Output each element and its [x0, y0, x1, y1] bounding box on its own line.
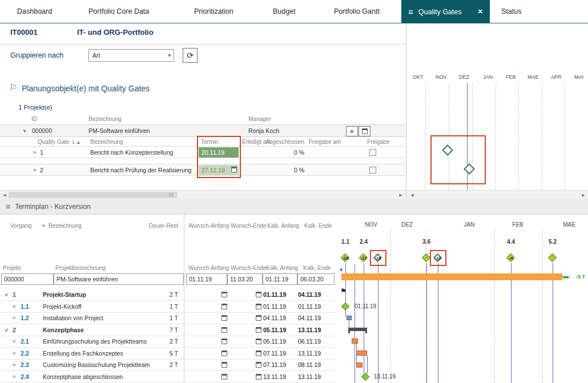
collapse-icon[interactable]: ∨: [5, 292, 9, 297]
calendar-icon[interactable]: [221, 292, 227, 297]
project-bar[interactable]: [341, 273, 562, 280]
scroll-left-icon[interactable]: ◀: [1, 191, 9, 199]
project-id-cell[interactable]: 000000: [1, 273, 54, 285]
col-gate-bezeichnung[interactable]: Bezeichnung: [90, 139, 123, 145]
calendar-icon[interactable]: [256, 362, 261, 368]
tab-prioritization[interactable]: Prioritization: [194, 0, 233, 23]
column-divider[interactable]: [184, 215, 184, 383]
milestone-diamond[interactable]: -18: [340, 253, 351, 263]
task-row-2[interactable]: ∨ 2 Konzeptphase 7 T 05.11.19 13.11.19: [0, 324, 336, 336]
tab-portfolio-core-data[interactable]: Portfolio Core Data: [88, 0, 149, 23]
remove-button[interactable]: ✕: [346, 126, 358, 136]
milestone-diamond[interactable]: -17: [359, 253, 369, 263]
wunsch-ende-cell[interactable]: 11.03.20: [227, 273, 263, 285]
gate-termin-field[interactable]: 27.12.19: [199, 165, 239, 175]
calendar-icon[interactable]: [256, 327, 261, 333]
task-row-1-2[interactable]: > 1.2 Installation von Project 1 T 04.11…: [0, 312, 336, 324]
col-dauer-rest[interactable]: Dauer-Rest: [144, 223, 178, 229]
calendar-icon[interactable]: [221, 362, 227, 368]
h-scrollbar-right[interactable]: ◀ ▶: [406, 190, 588, 199]
col-termin[interactable]: Termin: [201, 139, 218, 145]
collapse-icon[interactable]: ∨: [5, 327, 9, 333]
expand-icon[interactable]: >: [13, 374, 15, 380]
tab-quality-gates[interactable]: ≡ Quality Gates ✕: [401, 0, 490, 23]
expand-icon[interactable]: >: [13, 315, 15, 321]
project-summary-row[interactable]: 000000 PM-Software einführen 01.11.19 11…: [0, 273, 336, 285]
refresh-button[interactable]: ⟳: [183, 48, 198, 63]
quality-gate-diamond[interactable]: -16: [373, 253, 383, 263]
task-row-2-2[interactable]: > 2.2 Erstellung des Fachkonzeptes 5 T 0…: [0, 348, 336, 360]
quality-gate-diamond[interactable]: [464, 163, 475, 175]
col-freigabe[interactable]: Freigabe: [367, 139, 389, 145]
task-bar-installation[interactable]: [347, 316, 352, 320]
scroll-right-icon[interactable]: ▶: [579, 191, 587, 199]
expand-icon[interactable]: >: [33, 167, 36, 173]
col-kalk-ende[interactable]: Kalk. Ende: [304, 223, 332, 229]
freigabe-checkbox[interactable]: [369, 167, 376, 174]
add-column-button[interactable]: +: [42, 222, 45, 229]
calendar-icon[interactable]: [221, 304, 227, 309]
expand-icon[interactable]: >: [13, 304, 15, 309]
groupby-select[interactable]: Art ▾: [88, 49, 174, 62]
task-row-2-3[interactable]: > 2.3 Customizing Basisschulung Projektt…: [0, 359, 336, 371]
task-row-1-1[interactable]: > 1.1 Projekt-Kickoff 1 T 01.11.19 01.11…: [0, 301, 336, 313]
task-bar-schulung[interactable]: [352, 338, 358, 344]
freigabe-checkbox[interactable]: [369, 149, 376, 156]
tab-portfolio-gantt[interactable]: Portfolio Gantt: [334, 0, 380, 23]
milestone-diamond[interactable]: [547, 253, 558, 263]
wunsch-anfang-cell[interactable]: 01.11.19: [186, 273, 227, 285]
project-name-cell[interactable]: PM-Software einführen: [54, 273, 184, 285]
summary-bar-konzeptphase[interactable]: [348, 328, 367, 331]
tab-status[interactable]: Status: [501, 0, 521, 23]
col-freigabe-am[interactable]: Freigabe am: [309, 139, 341, 145]
task-bar-fachkonzept[interactable]: [356, 350, 367, 356]
scrollbar-thumb[interactable]: [9, 192, 178, 198]
tab-budget[interactable]: Budget: [273, 0, 296, 23]
calendar-button[interactable]: [359, 126, 370, 136]
calendar-icon[interactable]: [256, 374, 261, 380]
col-vorgang[interactable]: Vorgang: [10, 223, 31, 229]
task-row-2-1[interactable]: > 2.1 Einführungsschulung des Projekttea…: [0, 336, 336, 348]
col-wunsch-ende[interactable]: Wunsch-Ende: [231, 223, 267, 229]
col-quality-gate[interactable]: Quality Gate: [38, 139, 70, 145]
calendar-icon[interactable]: [256, 338, 261, 344]
calendar-icon[interactable]: [221, 327, 227, 333]
col-wunsch-anfang[interactable]: Wunsch-Anfang: [188, 223, 229, 229]
expand-icon[interactable]: >: [33, 150, 36, 155]
expand-icon[interactable]: >: [13, 350, 15, 356]
calendar-icon[interactable]: [256, 304, 261, 309]
calendar-icon[interactable]: [221, 315, 227, 321]
scroll-right-icon[interactable]: ▶: [397, 191, 405, 199]
startup-flag-icon[interactable]: ⚑: [340, 288, 347, 295]
calendar-icon[interactable]: [221, 338, 227, 344]
quality-gate-diamond[interactable]: [442, 144, 453, 156]
kalk-anfang-cell[interactable]: 01.11.19: [263, 273, 297, 285]
h-scrollbar-left[interactable]: ◀ ▶: [0, 190, 406, 199]
expand-icon[interactable]: >: [13, 338, 15, 344]
col-task-bezeichnung[interactable]: Bezeichnung: [49, 223, 82, 229]
gate-termin-field[interactable]: 20.11.19: [199, 147, 239, 158]
kalk-ende-cell[interactable]: 06.03.20: [297, 273, 335, 285]
milestone-konzept-ende[interactable]: [361, 373, 369, 381]
close-tab-icon[interactable]: ✕: [478, 8, 483, 15]
calendar-icon[interactable]: [256, 292, 261, 297]
col-abgeschlossen[interactable]: Abgeschlossen: [260, 139, 304, 145]
calendar-icon[interactable]: [231, 167, 237, 172]
gate-row-1[interactable]: > 1 Bericht nach Konzepterstellung 20.11…: [0, 146, 405, 158]
task-bar-customizing[interactable]: [356, 362, 363, 368]
calendar-icon[interactable]: [221, 350, 227, 356]
milestone-diamond[interactable]: -4: [506, 253, 516, 263]
expand-icon[interactable]: >: [13, 362, 15, 368]
project-row[interactable]: ∨ 000000 PM-Software einführen Ronja Koc…: [0, 124, 405, 137]
calendar-icon[interactable]: [221, 374, 227, 380]
col-kalk-anfang[interactable]: Kalk. Anfang: [267, 223, 299, 229]
tab-dashboard[interactable]: Dashboard: [17, 0, 52, 23]
task-row-2-4[interactable]: > 2.4 Konzeptphase abgeschlossen 13.11.1…: [0, 371, 336, 383]
collapse-icon[interactable]: ∨: [23, 128, 27, 134]
gate-row-2[interactable]: > 2 Bericht nach Prüfung der Realisierun…: [0, 164, 405, 176]
quality-gate-diamond[interactable]: -10: [433, 253, 443, 263]
task-row-1[interactable]: ∨ 1 Projekt-Startup 2 T 01.11.19 04.11.1…: [0, 289, 336, 301]
scroll-left-icon[interactable]: ◀: [408, 191, 416, 199]
calendar-icon[interactable]: [256, 350, 261, 356]
calendar-icon[interactable]: [256, 315, 261, 321]
